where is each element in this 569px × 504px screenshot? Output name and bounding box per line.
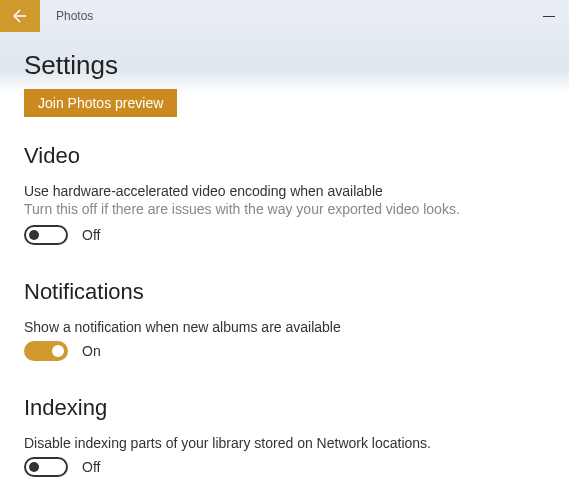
page-title: Settings [24,50,545,81]
section-heading-video: Video [24,143,545,169]
video-setting-desc: Turn this off if there are issues with t… [24,201,545,217]
toggle-knob [29,462,39,472]
app-title: Photos [40,0,93,32]
section-indexing: Indexing Disable indexing parts of your … [24,395,545,477]
indexing-toggle[interactable] [24,457,68,477]
indexing-toggle-row: Off [24,457,545,477]
indexing-toggle-label: Off [82,459,100,475]
section-heading-notifications: Notifications [24,279,545,305]
titlebar: Photos [0,0,569,32]
video-setting-title: Use hardware-accelerated video encoding … [24,183,545,199]
section-notifications: Notifications Show a notification when n… [24,279,545,361]
notifications-setting-title: Show a notification when new albums are … [24,319,545,335]
toggle-knob [29,230,39,240]
section-video: Video Use hardware-accelerated video enc… [24,143,545,245]
back-button[interactable] [0,0,40,32]
video-toggle-row: Off [24,225,545,245]
video-toggle-label: Off [82,227,100,243]
notifications-toggle-label: On [82,343,101,359]
indexing-setting-title: Disable indexing parts of your library s… [24,435,545,451]
notifications-toggle[interactable] [24,341,68,361]
join-preview-button[interactable]: Join Photos preview [24,89,177,117]
video-toggle[interactable] [24,225,68,245]
notifications-toggle-row: On [24,341,545,361]
minimize-button[interactable] [543,16,555,17]
toggle-knob [52,345,64,357]
arrow-left-icon [12,8,28,24]
settings-content: Join Photos preview Video Use hardware-a… [0,94,569,477]
window-controls [543,0,569,32]
section-heading-indexing: Indexing [24,395,545,421]
header-band: Settings [0,32,569,94]
